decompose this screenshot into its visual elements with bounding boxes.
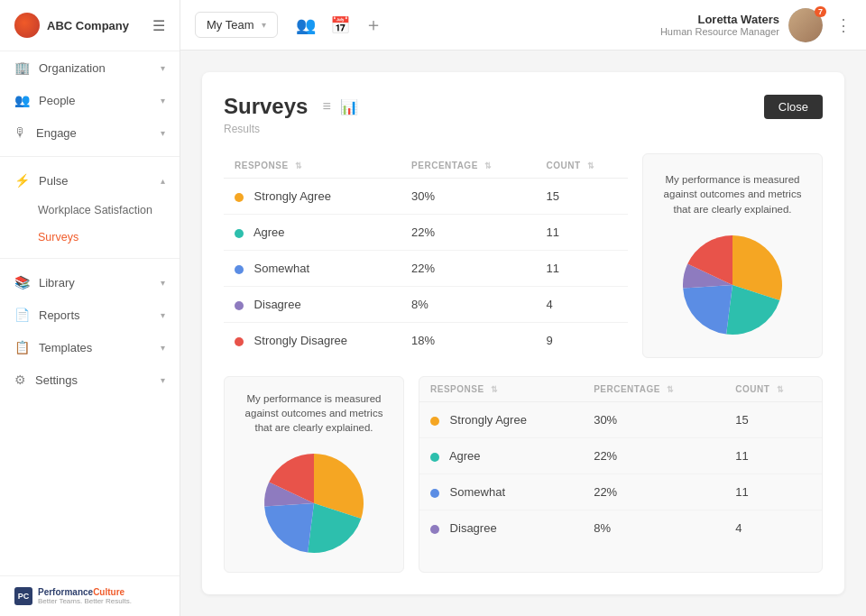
sidebar: ABC Company ☰ 🏢 Organization ▾ 👥 People … — [0, 0, 180, 616]
response-cell: Agree — [419, 438, 583, 474]
percentage-cell: 8% — [401, 287, 535, 323]
calendar-icon[interactable]: 📅 — [330, 15, 350, 35]
team-selector-chevron-icon: ▾ — [262, 20, 266, 30]
sidebar-item-engage[interactable]: 🎙 Engage ▾ — [0, 116, 180, 149]
second-card-left: My performance is measured against outco… — [224, 376, 404, 573]
pie-chart-2 — [260, 449, 368, 557]
surveys-card: Surveys ≡ 📊 Close Results RESPONSE ⇅ PER… — [202, 72, 844, 594]
percentage-cell: 22% — [401, 251, 535, 287]
notification-badge: 7 — [815, 6, 826, 17]
footer-brand-name: PerformanceCulture — [38, 587, 132, 597]
sidebar-logo: ABC Company ☰ — [0, 0, 180, 51]
sort-icon[interactable]: ⇅ — [295, 161, 303, 170]
count-cell: 11 — [724, 474, 822, 510]
sidebar-item-reports[interactable]: 📄 Reports ▾ — [0, 299, 180, 331]
sidebar-item-label: Organization — [39, 61, 106, 75]
count-cell: 11 — [536, 215, 628, 251]
sidebar-item-label: People — [39, 94, 75, 107]
table-row: Somewhat 22% 11 — [224, 251, 628, 287]
second-section: My performance is measured against outco… — [224, 376, 823, 573]
count-cell: 4 — [724, 510, 822, 547]
table-row: Strongly Agree 30% 15 — [224, 179, 628, 215]
chevron-icon: ▾ — [161, 96, 165, 106]
user-name: Loretta Waters — [660, 13, 779, 26]
table-row: Disagree 8% 4 — [224, 287, 628, 323]
table-row: Agree 22% 11 — [419, 438, 822, 474]
logo-icon — [14, 13, 40, 38]
surveys-title: Surveys — [224, 94, 308, 119]
chevron-icon: ▾ — [161, 63, 165, 73]
sidebar-sub-item-surveys[interactable]: Surveys — [0, 224, 180, 251]
response-cell: Strongly Agree — [419, 402, 583, 438]
sidebar-item-settings[interactable]: ⚙ Settings ▾ — [0, 363, 180, 396]
response-dot — [430, 453, 439, 462]
add-icon[interactable]: ＋ — [364, 13, 382, 37]
percentage-cell: 22% — [583, 474, 724, 510]
more-options-icon[interactable]: ⋮ — [835, 15, 852, 35]
pie-chart-1 — [678, 231, 787, 339]
sort-icon[interactable]: ⇅ — [667, 385, 675, 394]
percentage-cell: 22% — [401, 215, 535, 251]
response-dot — [235, 229, 244, 238]
team-view-icon[interactable]: 👥 — [296, 15, 316, 35]
sidebar-item-templates[interactable]: 📋 Templates ▾ — [0, 331, 180, 363]
table-row: Strongly Agree 30% 15 — [419, 402, 822, 438]
table-row: Somewhat 22% 11 — [419, 474, 822, 510]
surveys-header-icons: ≡ 📊 — [322, 98, 357, 115]
chart-section-1: My performance is measured against outco… — [642, 153, 823, 358]
count-cell: 11 — [536, 251, 628, 287]
sort-icon[interactable]: ⇅ — [587, 161, 595, 170]
response-dot — [430, 417, 439, 426]
sidebar-item-label: Templates — [39, 341, 92, 354]
col-count-2: COUNT ⇅ — [724, 377, 822, 402]
library-icon: 📚 — [14, 275, 30, 290]
menu-icon[interactable]: ☰ — [152, 17, 165, 34]
close-button[interactable]: Close — [764, 95, 823, 119]
percentage-cell: 8% — [583, 510, 724, 547]
chevron-up-icon: ▴ — [161, 176, 165, 186]
people-icon: 👥 — [14, 93, 30, 107]
response-dot — [430, 525, 439, 534]
sort-icon[interactable]: ⇅ — [777, 385, 785, 394]
sort-icon[interactable]: ⇅ — [484, 161, 493, 170]
col-count: COUNT ⇅ — [536, 153, 628, 179]
response-cell: Disagree — [419, 510, 583, 547]
percentage-cell: 30% — [401, 179, 535, 215]
sidebar-item-pulse[interactable]: ⚡ Pulse ▴ — [0, 164, 180, 197]
table-row: Agree 22% 11 — [224, 215, 628, 251]
surveys-header: Surveys ≡ 📊 Close — [224, 94, 823, 119]
response-dot — [430, 489, 439, 498]
topbar-user: Loretta Waters Human Resource Manager 7 … — [660, 8, 852, 42]
sidebar-item-people[interactable]: 👥 People ▾ — [0, 84, 180, 116]
sidebar-item-label: Library — [39, 276, 75, 290]
chevron-icon: ▾ — [161, 128, 165, 138]
response-cell: Strongly Agree — [224, 179, 401, 215]
sort-icon[interactable]: ⇅ — [491, 385, 499, 394]
count-cell: 15 — [536, 179, 628, 215]
survey-table-1: RESPONSE ⇅ PERCENTAGE ⇅ COUNT ⇅ Strongly… — [224, 153, 628, 358]
user-info: Loretta Waters Human Resource Manager — [660, 13, 779, 37]
main-content: Surveys ≡ 📊 Close Results RESPONSE ⇅ PER… — [180, 51, 866, 616]
pulse-icon: ⚡ — [14, 173, 30, 188]
team-selector-label: My Team — [207, 18, 254, 32]
chart-label-1: My performance is measured against outco… — [658, 172, 807, 216]
templates-icon: 📋 — [14, 340, 30, 354]
survey-table-2: RESPONSE ⇅ PERCENTAGE ⇅ COUNT ⇅ Strongly… — [419, 377, 822, 546]
sidebar-footer: PC PerformanceCulture Better Teams. Bett… — [0, 575, 180, 616]
response-dot — [235, 193, 244, 202]
sidebar-navigation: 🏢 Organization ▾ 👥 People ▾ 🎙 Engage ▾ ⚡… — [0, 51, 180, 575]
table-section: RESPONSE ⇅ PERCENTAGE ⇅ COUNT ⇅ Strongly… — [224, 153, 628, 358]
team-selector[interactable]: My Team ▾ — [195, 12, 278, 38]
col-response-2: RESPONSE ⇅ — [419, 377, 583, 402]
footer-tagline: Better Teams. Better Results. — [38, 597, 132, 605]
list-view-icon[interactable]: ≡ — [322, 98, 330, 115]
col-percentage-2: PERCENTAGE ⇅ — [583, 377, 724, 402]
count-cell: 9 — [536, 323, 628, 359]
col-response: RESPONSE ⇅ — [224, 153, 401, 179]
response-dot — [235, 301, 244, 310]
sidebar-sub-item-workplace-satisfaction[interactable]: Workplace Satisfaction — [0, 197, 180, 224]
response-cell: Strongly Disagree — [224, 323, 401, 359]
sidebar-item-library[interactable]: 📚 Library ▾ — [0, 266, 180, 299]
sidebar-item-organization[interactable]: 🏢 Organization ▾ — [0, 51, 180, 84]
chart-view-icon[interactable]: 📊 — [340, 98, 358, 115]
